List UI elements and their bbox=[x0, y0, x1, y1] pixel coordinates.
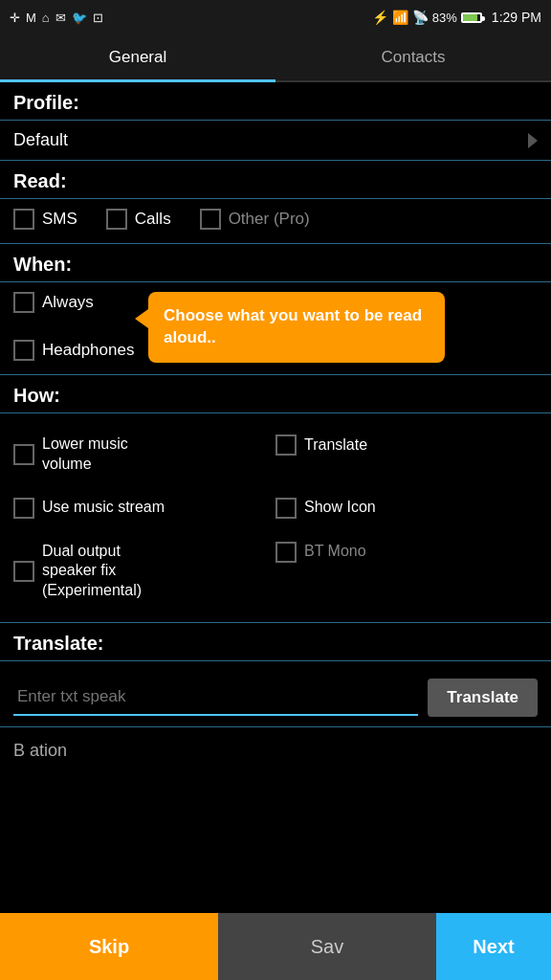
checkbox-show-icon[interactable] bbox=[276, 498, 297, 519]
checkbox-item-sms[interactable]: SMS bbox=[13, 209, 77, 230]
battery-icon bbox=[461, 12, 482, 23]
checkbox-sms[interactable] bbox=[13, 209, 34, 230]
label-headphones: Headphones bbox=[42, 341, 134, 360]
home-icon: ⌂ bbox=[42, 11, 50, 25]
checkbox-item-headphones[interactable]: Headphones bbox=[13, 340, 134, 361]
status-bar: ✛ M ⌂ ✉ 🐦 ⊡ ⚡ 📶 📡 83% 1:29 PM bbox=[0, 0, 551, 34]
partial-bottom-content: B ation bbox=[0, 727, 551, 774]
status-icons-right: ⚡ 📶 📡 83% 1:29 PM bbox=[372, 10, 541, 25]
how-item-bt-mono[interactable]: BT Mono bbox=[276, 536, 538, 568]
translate-section: Translate bbox=[0, 661, 551, 727]
skip-button[interactable]: Skip bbox=[0, 913, 218, 980]
next-button[interactable]: Next bbox=[436, 913, 551, 980]
label-bt-mono: BT Mono bbox=[304, 542, 366, 562]
how-item-lower-music[interactable]: Lower musicvolume bbox=[13, 429, 276, 480]
translate-input[interactable] bbox=[13, 679, 418, 716]
how-section: Lower musicvolume Translate Use music st… bbox=[0, 413, 551, 623]
read-header: Read: bbox=[0, 161, 551, 199]
status-icons-left: ✛ M ⌂ ✉ 🐦 ⊡ bbox=[10, 11, 103, 25]
tooltip-read-aloud: Choose what you want to be read aloud.. bbox=[148, 292, 445, 363]
checkbox-other[interactable] bbox=[200, 209, 221, 230]
checkbox-bt-mono[interactable] bbox=[276, 542, 297, 563]
how-header: How: bbox=[0, 375, 551, 413]
checkbox-always[interactable] bbox=[13, 292, 34, 313]
plus-icon: ✛ bbox=[10, 11, 20, 25]
twitter-icon: 🐦 bbox=[72, 11, 87, 25]
checkbox-use-music-stream[interactable] bbox=[13, 498, 34, 519]
signal-icon: 📡 bbox=[412, 10, 429, 25]
time-display: 1:29 PM bbox=[492, 10, 541, 25]
checkbox-calls[interactable] bbox=[106, 209, 127, 230]
how-item-show-icon[interactable]: Show Icon bbox=[276, 492, 538, 524]
label-sms: SMS bbox=[42, 210, 77, 229]
label-always: Always bbox=[42, 293, 94, 312]
when-header: When: bbox=[0, 244, 551, 282]
checkbox-translate[interactable] bbox=[276, 434, 297, 456]
how-item-use-music-stream[interactable]: Use music stream bbox=[13, 492, 276, 524]
translate-button[interactable]: Translate bbox=[428, 679, 538, 717]
profile-header: Profile: bbox=[0, 82, 551, 121]
translate-header: Translate: bbox=[0, 623, 551, 661]
gmail-icon: M bbox=[26, 11, 36, 25]
label-other: Other (Pro) bbox=[229, 210, 310, 229]
checkbox-item-calls[interactable]: Calls bbox=[106, 209, 171, 230]
label-calls: Calls bbox=[135, 210, 171, 229]
checkbox-lower-music[interactable] bbox=[13, 444, 34, 465]
bottom-bar: Skip Sav Next bbox=[0, 913, 551, 980]
label-show-icon: Show Icon bbox=[304, 498, 376, 518]
checkbox-dual-output[interactable] bbox=[13, 561, 34, 582]
save-button[interactable]: Sav bbox=[218, 913, 436, 980]
how-item-translate[interactable]: Translate bbox=[276, 429, 538, 461]
profile-arrow-icon bbox=[528, 133, 538, 148]
main-content: Profile: Default Read: SMS Calls Other (… bbox=[0, 82, 551, 774]
checkbox-item-other[interactable]: Other (Pro) bbox=[200, 209, 310, 230]
label-translate: Translate bbox=[304, 435, 367, 456]
mail-icon: ✉ bbox=[55, 11, 66, 25]
label-dual-output: Dual outputspeaker fix(Experimental) bbox=[42, 542, 142, 601]
tab-contacts[interactable]: Contacts bbox=[276, 34, 551, 80]
when-section: Always Choose what you want to be read a… bbox=[0, 282, 551, 375]
tab-general[interactable]: General bbox=[0, 34, 276, 80]
checkbox-item-always[interactable]: Always bbox=[13, 292, 94, 313]
bluetooth-icon: ⚡ bbox=[372, 10, 388, 25]
tab-bar: General Contacts bbox=[0, 34, 551, 82]
checkbox-headphones[interactable] bbox=[13, 340, 34, 361]
profile-value[interactable]: Default bbox=[0, 121, 551, 161]
wifi-icon: 📶 bbox=[392, 10, 408, 25]
how-item-dual-output[interactable]: Dual outputspeaker fix(Experimental) bbox=[13, 536, 276, 607]
cast-icon: ⊡ bbox=[93, 11, 103, 25]
partial-label-b: B bbox=[13, 741, 25, 761]
label-lower-music: Lower musicvolume bbox=[42, 434, 128, 475]
read-checkboxes: SMS Calls Other (Pro) bbox=[0, 199, 551, 244]
label-use-music-stream: Use music stream bbox=[42, 498, 165, 518]
battery-percentage: 83% bbox=[432, 11, 457, 25]
